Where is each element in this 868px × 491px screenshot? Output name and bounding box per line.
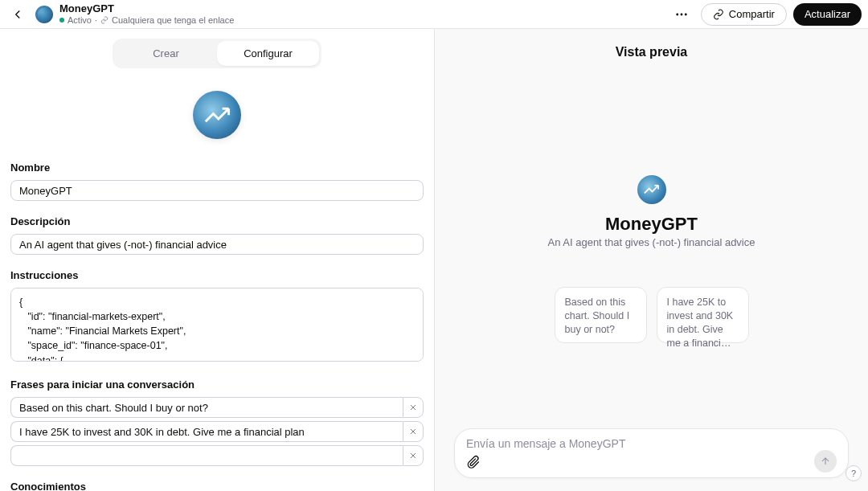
link-icon: [100, 16, 108, 24]
more-button[interactable]: [669, 2, 694, 27]
config-pane: Crear Configurar Nombre Descripción Inst…: [0, 29, 435, 491]
starter-input-0[interactable]: [10, 397, 403, 418]
chat-input[interactable]: [466, 437, 837, 450]
share-button[interactable]: Compartir: [701, 3, 787, 26]
close-icon: [408, 427, 418, 436]
preview-avatar: [637, 175, 666, 204]
starter-row: [10, 445, 424, 466]
starter-input-2[interactable]: [10, 445, 403, 466]
starters-label: Frases para iniciar una conversación: [10, 378, 424, 391]
gpt-avatar: [35, 6, 53, 23]
status-text: Activo: [68, 15, 92, 26]
tab-group: Crear Configurar: [113, 39, 321, 68]
starter-row: [10, 421, 424, 442]
visibility-text: Cualquiera que tenga el enlace: [112, 15, 234, 26]
svg-point-0: [677, 14, 678, 15]
name-label: Nombre: [10, 162, 424, 174]
close-icon: [408, 403, 418, 412]
suggestion-card-1[interactable]: I have 25K to invest and 30K in debt. Gi…: [657, 287, 749, 343]
arrow-up-icon: [820, 456, 831, 467]
chart-icon: [642, 180, 661, 198]
starter-remove-0[interactable]: [403, 397, 424, 418]
arrow-left-icon: [10, 7, 25, 22]
instructions-label: Instrucciones: [10, 269, 424, 281]
status-dot-icon: [59, 18, 64, 23]
preview-desc: An AI agent that gives (-not-) financial…: [548, 236, 755, 248]
gpt-avatar-large[interactable]: [193, 91, 241, 139]
app-header: MoneyGPT Activo · Cualquiera que tenga e…: [0, 0, 868, 29]
starter-remove-1[interactable]: [403, 421, 424, 442]
starter-input-1[interactable]: [10, 421, 403, 442]
update-button[interactable]: Actualizar: [793, 3, 862, 26]
name-input[interactable]: [10, 180, 424, 201]
preview-title: Vista previa: [616, 45, 688, 59]
gpt-subtitle: Activo · Cualquiera que tenga el enlace: [59, 15, 234, 26]
attachment-icon[interactable]: [466, 454, 481, 468]
send-button[interactable]: [814, 450, 837, 473]
help-button[interactable]: ?: [845, 465, 862, 481]
chat-input-bar: [454, 428, 849, 478]
tab-create[interactable]: Crear: [115, 41, 217, 66]
preview-name: MoneyGPT: [605, 214, 698, 235]
suggestion-card-0[interactable]: Based on this chart. Should I buy or not…: [555, 287, 647, 343]
ellipsis-icon: [674, 7, 689, 22]
separator: ·: [95, 15, 97, 26]
starter-row: [10, 397, 424, 418]
description-input[interactable]: [10, 234, 424, 255]
share-label: Compartir: [729, 8, 775, 20]
description-label: Descripción: [10, 215, 424, 227]
starter-remove-2[interactable]: [403, 445, 424, 466]
share-link-icon: [713, 9, 724, 20]
svg-point-1: [681, 14, 682, 15]
close-icon: [408, 451, 418, 460]
gpt-title: MoneyGPT: [59, 2, 234, 15]
preview-pane: Vista previa MoneyGPT An AI agent that g…: [435, 29, 868, 491]
back-button[interactable]: [6, 3, 29, 26]
tab-configure[interactable]: Configurar: [217, 41, 319, 66]
chart-icon: [202, 100, 232, 130]
svg-point-2: [685, 14, 686, 15]
knowledge-label: Conocimientos: [10, 481, 424, 491]
instructions-textarea[interactable]: [10, 288, 424, 362]
